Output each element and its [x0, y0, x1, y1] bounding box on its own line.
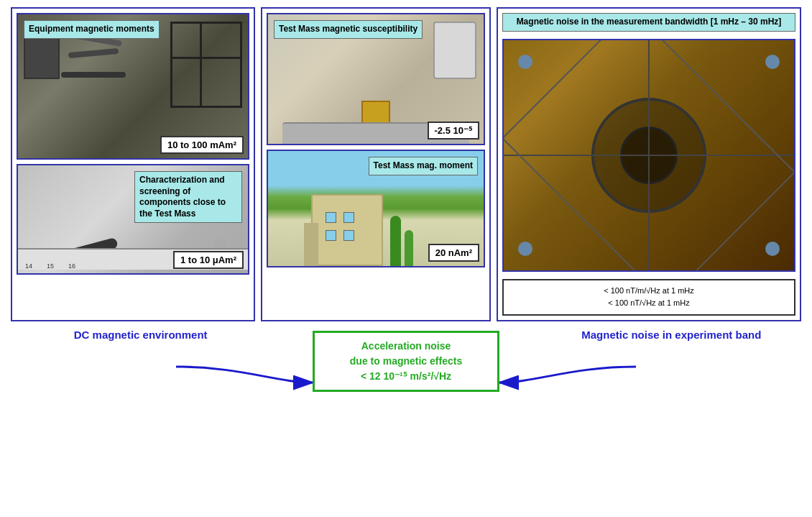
screening-value: 1 to 10 μAm²: [173, 251, 244, 269]
magnetic-noise-label: Magnetic noise in the measurement bandwi…: [502, 13, 795, 32]
susceptibility-value: -2.5 10⁻⁵: [428, 122, 479, 139]
susceptibility-label: Test Mass magnetic susceptibility: [274, 20, 423, 39]
dc-environment-label: DC magnetic environment: [11, 329, 270, 341]
mag-moment-value: 20 nAm²: [428, 244, 479, 262]
screening-label: Characterization and screening of compon…: [134, 171, 242, 223]
equipment-label: Equipment magnetic moments: [24, 20, 160, 39]
central-result-box: Acceleration noise due to magnetic effec…: [313, 331, 499, 392]
mag-moment-label: Test Mass mag. moment: [369, 157, 478, 175]
noise-band-label: Magnetic noise in experiment band: [542, 329, 801, 341]
equipment-value: 10 to 100 mAm²: [160, 136, 244, 154]
noise-values: < 100 nT/m/√Hz at 1 mHz < 100 nT/√Hz at …: [502, 279, 795, 316]
